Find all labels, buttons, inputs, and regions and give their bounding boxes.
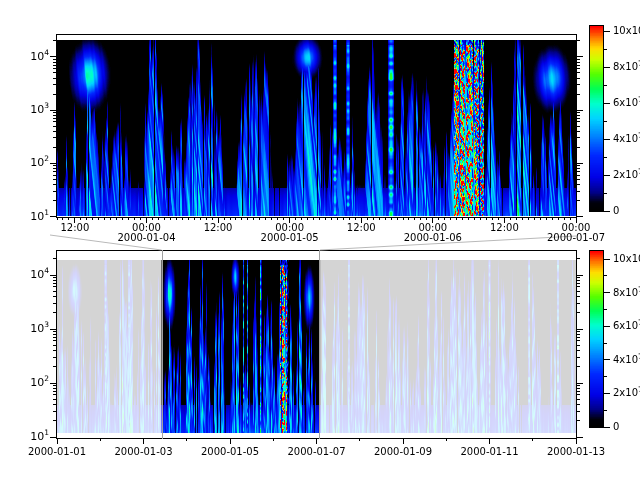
colorbar-tick-label: 0	[613, 205, 619, 216]
x-tick	[253, 217, 254, 220]
y-minor-tick	[53, 68, 57, 69]
y-minor-tick	[53, 171, 57, 172]
y-minor-tick	[53, 184, 57, 185]
x-tick	[224, 217, 225, 220]
y-minor-tick	[576, 258, 580, 259]
x-tick	[397, 217, 398, 220]
y-minor-tick	[576, 78, 580, 79]
colorbar-tick	[604, 103, 610, 104]
x-tick	[489, 438, 490, 444]
y-minor-tick	[576, 411, 580, 412]
y-minor-tick	[576, 118, 580, 119]
x-tick	[186, 438, 187, 441]
y-minor-tick	[53, 404, 57, 405]
x-tick	[57, 438, 58, 444]
x-tick	[552, 217, 553, 220]
y-minor-tick	[53, 40, 57, 41]
colorbar-tick	[604, 139, 610, 140]
x-tick	[164, 217, 165, 220]
x-tick	[403, 217, 404, 220]
y-minor-tick	[576, 112, 580, 113]
x-tick	[98, 217, 99, 220]
y-minor-tick	[53, 291, 57, 292]
colorbar-tick	[604, 157, 607, 158]
detail-spectrogram-canvas	[57, 40, 576, 216]
colorbar-tick	[604, 85, 607, 86]
x-tick	[100, 438, 101, 441]
x-tick-date-label: 2000-01-05	[255, 232, 325, 243]
colorbar-tick	[604, 309, 607, 310]
x-tick	[355, 217, 356, 220]
x-tick	[331, 217, 332, 220]
colorbar-tick	[604, 376, 607, 377]
x-tick	[86, 217, 87, 220]
x-tick	[349, 217, 350, 220]
colorbar-tick	[604, 31, 610, 32]
x-tick	[438, 217, 439, 220]
colorbar-tick	[604, 292, 610, 293]
x-tick	[200, 217, 201, 220]
y-minor-tick	[53, 131, 57, 132]
x-tick	[367, 217, 368, 220]
y-minor-tick	[53, 331, 57, 332]
x-tick	[414, 217, 415, 220]
y-minor-tick	[576, 399, 580, 400]
x-tick	[516, 217, 517, 220]
zoom-region[interactable]	[162, 250, 321, 439]
colorbar-tick-label: 0	[613, 421, 619, 432]
x-tick	[426, 217, 427, 220]
y-minor-tick	[53, 115, 57, 116]
x-tick	[558, 217, 559, 220]
y-minor-tick	[576, 184, 580, 185]
y-minor-tick	[576, 115, 580, 116]
x-tick	[319, 217, 320, 220]
zoom-region-left-handle[interactable]	[162, 250, 163, 439]
y-minor-tick	[53, 303, 57, 304]
y-minor-tick	[53, 179, 57, 180]
y-tick	[50, 275, 57, 276]
y-tick-label: 101	[23, 430, 49, 443]
y-minor-tick	[576, 345, 580, 346]
x-tick	[474, 217, 475, 220]
x-tick	[80, 217, 81, 220]
y-minor-tick	[576, 168, 580, 169]
colorbar-tick	[604, 121, 607, 122]
y-tick	[50, 437, 57, 438]
y-minor-tick	[53, 286, 57, 287]
colorbar-tick	[604, 359, 610, 360]
y-minor-tick	[576, 388, 580, 389]
y-minor-tick	[53, 72, 57, 73]
y-tick	[576, 275, 583, 276]
x-tick	[343, 217, 344, 220]
y-minor-tick	[576, 357, 580, 358]
y-minor-tick	[576, 137, 580, 138]
y-minor-tick	[576, 84, 580, 85]
y-minor-tick	[53, 334, 57, 335]
y-minor-tick	[53, 78, 57, 79]
y-minor-tick	[53, 340, 57, 341]
y-minor-tick	[576, 340, 580, 341]
x-tick-date-label: 2000-01-07	[541, 232, 611, 243]
y-minor-tick	[576, 165, 580, 166]
x-tick	[359, 438, 360, 441]
x-tick	[379, 217, 380, 220]
x-tick-label: 2000-01-13	[541, 446, 611, 457]
y-minor-tick	[53, 126, 57, 127]
y-minor-tick	[576, 331, 580, 332]
y-tick	[50, 329, 57, 330]
colorbar-tick	[604, 193, 607, 194]
x-tick	[295, 217, 296, 220]
x-tick-label: 2000-01-07	[282, 446, 352, 457]
x-tick	[188, 217, 189, 220]
x-tick	[235, 217, 236, 220]
y-tick-label: 102	[23, 376, 49, 389]
x-tick-date-label: 2000-01-04	[111, 232, 181, 243]
x-tick	[325, 217, 326, 220]
colorbar-tick-label: 2x107	[613, 387, 640, 398]
x-tick-label: 2000-01-09	[368, 446, 438, 457]
zoom-region-right-handle[interactable]	[319, 250, 320, 439]
y-minor-tick	[576, 404, 580, 405]
x-tick	[564, 217, 565, 220]
y-minor-tick	[576, 312, 580, 313]
context-colorbar	[589, 250, 604, 428]
